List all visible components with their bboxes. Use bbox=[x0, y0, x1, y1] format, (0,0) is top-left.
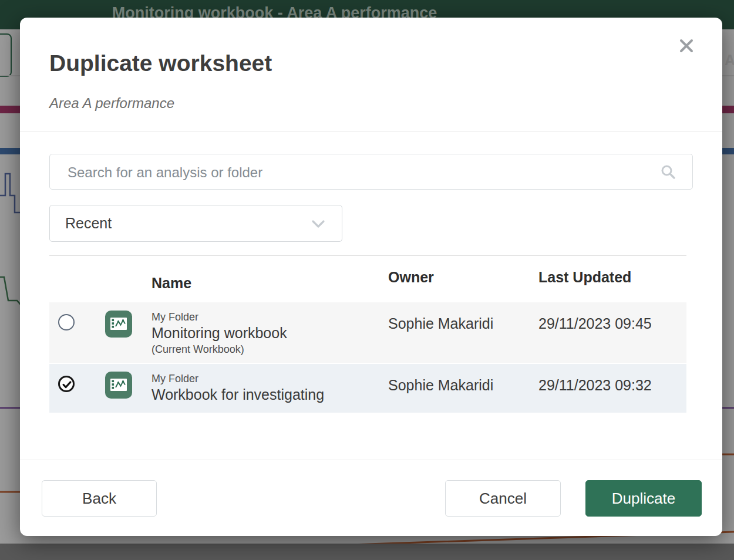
column-header-name: Name bbox=[151, 275, 191, 292]
table-row[interactable]: My Folder Monitoring workbook (Current W… bbox=[49, 302, 686, 363]
search-box bbox=[49, 154, 693, 190]
dialog-subtitle: Area A performance bbox=[49, 95, 174, 112]
radio-checked[interactable] bbox=[58, 376, 75, 392]
background-bottom-bar bbox=[0, 544, 734, 560]
workbook-icon bbox=[105, 311, 132, 338]
radio-unchecked[interactable] bbox=[58, 314, 75, 330]
workbook-name: Monitoring workbook bbox=[151, 324, 287, 342]
chevron-down-icon bbox=[311, 220, 325, 231]
workbook-name-block: My Folder Workbook for investigating bbox=[151, 372, 324, 404]
folder-label: My Folder bbox=[151, 310, 287, 324]
workbook-name: Workbook for investigating bbox=[151, 386, 324, 404]
filter-selected-value: Recent bbox=[65, 215, 112, 232]
workbook-icon bbox=[105, 372, 132, 399]
last-updated-cell: 29/11/2023 09:32 bbox=[538, 377, 652, 394]
workbook-name-block: My Folder Monitoring workbook (Current W… bbox=[151, 310, 287, 356]
dialog-title: Duplicate worksheet bbox=[49, 50, 272, 76]
close-icon[interactable] bbox=[679, 38, 694, 53]
owner-cell: Sophie Makaridi bbox=[388, 377, 493, 394]
column-header-last-updated: Last Updated bbox=[538, 269, 631, 286]
table-top-divider bbox=[49, 255, 686, 256]
duplicate-button[interactable]: Duplicate bbox=[585, 480, 702, 517]
folder-label: My Folder bbox=[151, 372, 324, 386]
table-row[interactable]: My Folder Workbook for investigating Sop… bbox=[49, 364, 686, 413]
last-updated-cell: 29/11/2023 09:45 bbox=[538, 315, 652, 332]
footer-divider bbox=[20, 460, 722, 460]
filter-dropdown[interactable]: Recent bbox=[49, 205, 342, 242]
search-icon[interactable] bbox=[661, 164, 676, 182]
duplicate-worksheet-dialog: Duplicate worksheet Area A performance R… bbox=[20, 18, 722, 536]
back-button[interactable]: Back bbox=[42, 480, 157, 517]
cancel-button[interactable]: Cancel bbox=[445, 480, 561, 517]
header-divider bbox=[20, 131, 722, 131]
search-input[interactable] bbox=[66, 154, 650, 190]
workbook-note: (Current Workbook) bbox=[151, 342, 287, 356]
column-header-owner: Owner bbox=[388, 269, 434, 286]
screen: Monitoring workbook - Area A performance… bbox=[0, 0, 734, 560]
owner-cell: Sophie Makaridi bbox=[388, 315, 493, 332]
